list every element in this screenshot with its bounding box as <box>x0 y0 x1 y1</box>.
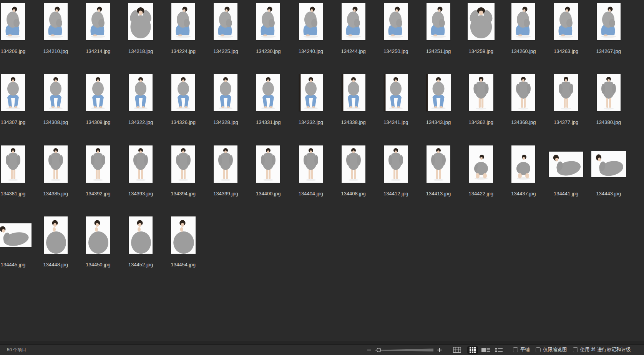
file-item[interactable]: 134260.jpg <box>502 3 545 57</box>
file-item[interactable]: 134341.jpg <box>375 74 417 128</box>
file-name-label: 134454.jpg <box>171 262 196 268</box>
file-item[interactable]: 134328.jpg <box>204 74 247 128</box>
list-view-button[interactable] <box>493 346 504 354</box>
file-item[interactable]: 134452.jpg <box>120 216 162 270</box>
file-item[interactable]: 134441.jpg <box>545 145 588 199</box>
file-item[interactable]: 134218.jpg <box>120 3 162 57</box>
file-name-label: 134392.jpg <box>86 191 110 197</box>
file-item[interactable]: 134263.jpg <box>545 3 588 57</box>
file-item[interactable]: 134437.jpg <box>502 145 545 199</box>
thumbnails-view-button[interactable] <box>467 346 478 354</box>
file-thumbnail <box>204 74 247 111</box>
file-thumbnail <box>0 145 34 183</box>
file-name-label: 134381.jpg <box>1 191 25 197</box>
file-thumbnail <box>587 3 630 40</box>
file-name-label: 134445.jpg <box>1 262 25 268</box>
file-thumbnail <box>77 216 120 254</box>
file-name-label: 134400.jpg <box>256 191 281 197</box>
file-thumbnail <box>460 74 502 111</box>
file-name-label: 134362.jpg <box>469 119 493 125</box>
file-item[interactable]: 134322.jpg <box>120 74 162 128</box>
file-item[interactable]: 134240.jpg <box>290 3 332 57</box>
file-item[interactable]: 134214.jpg <box>77 3 120 57</box>
file-item[interactable]: 134392.jpg <box>77 145 120 199</box>
file-item[interactable]: 134259.jpg <box>460 3 502 57</box>
file-item[interactable]: 134210.jpg <box>34 3 77 57</box>
file-item[interactable]: 134393.jpg <box>120 145 162 199</box>
file-item[interactable]: 134309.jpg <box>77 74 120 128</box>
file-item[interactable]: 134377.jpg <box>545 74 588 128</box>
minus-icon <box>367 350 371 350</box>
file-name-label: 134377.jpg <box>554 119 578 125</box>
file-item[interactable]: 134381.jpg <box>0 145 34 199</box>
file-item[interactable]: 134400.jpg <box>247 145 290 199</box>
file-item[interactable]: 134404.jpg <box>290 145 332 199</box>
file-name-label: 134230.jpg <box>256 48 281 54</box>
file-name-label: 134399.jpg <box>213 191 238 197</box>
zoom-in-button[interactable] <box>437 347 443 353</box>
file-item[interactable]: 134331.jpg <box>247 74 290 128</box>
file-name-label: 134331.jpg <box>256 119 281 125</box>
file-item[interactable]: 134368.jpg <box>502 74 545 128</box>
file-thumbnail <box>162 216 204 254</box>
file-name-label: 134240.jpg <box>299 48 323 54</box>
file-item[interactable]: 134267.jpg <box>587 3 630 57</box>
file-item[interactable]: 134413.jpg <box>417 145 460 199</box>
file-item[interactable]: 134380.jpg <box>587 74 630 128</box>
file-item[interactable]: 134394.jpg <box>162 145 204 199</box>
file-item[interactable]: 134326.jpg <box>162 74 204 128</box>
checkbox-command-tag-rating[interactable]: 使用 ⌘ 进行标记和评级 <box>573 347 631 353</box>
file-item[interactable]: 134308.jpg <box>34 74 77 128</box>
file-item[interactable]: 134244.jpg <box>332 3 375 57</box>
file-item[interactable]: 134399.jpg <box>204 145 247 199</box>
file-name-label: 134267.jpg <box>596 48 621 54</box>
file-item[interactable]: 134362.jpg <box>460 74 502 128</box>
file-item[interactable]: 134332.jpg <box>290 74 332 128</box>
file-item[interactable]: 134250.jpg <box>375 3 417 57</box>
file-item[interactable]: 134206.jpg <box>0 3 34 57</box>
file-item[interactable]: 134251.jpg <box>417 3 460 57</box>
file-item[interactable]: 134412.jpg <box>375 145 417 199</box>
file-item[interactable]: 134224.jpg <box>162 3 204 57</box>
zoom-out-button[interactable] <box>366 347 372 353</box>
file-item[interactable]: 134338.jpg <box>332 74 375 128</box>
file-item[interactable]: 134230.jpg <box>247 3 290 57</box>
file-item[interactable]: 134450.jpg <box>77 216 120 270</box>
file-item[interactable]: 134443.jpg <box>587 145 630 199</box>
file-item[interactable]: 134408.jpg <box>332 145 375 199</box>
file-item[interactable]: 134422.jpg <box>460 145 502 199</box>
file-thumbnail <box>587 74 630 111</box>
file-item[interactable]: 134307.jpg <box>0 74 34 128</box>
file-thumbnail <box>120 74 162 111</box>
checkbox-thumbnails-only[interactable]: 仅限缩览图 <box>536 347 567 353</box>
file-thumbnail <box>417 145 460 183</box>
file-thumbnail <box>417 74 460 111</box>
file-item[interactable]: 134448.jpg <box>34 216 77 270</box>
file-thumbnail <box>162 3 204 40</box>
file-item[interactable]: 134454.jpg <box>162 216 204 270</box>
file-name-label: 134368.jpg <box>511 119 536 125</box>
file-thumbnail <box>77 145 120 183</box>
thumbnail-size-slider[interactable] <box>375 347 433 353</box>
checkbox-label: 仅限缩览图 <box>543 347 567 353</box>
file-item[interactable]: 134445.jpg <box>0 216 34 270</box>
file-thumbnail <box>34 74 77 111</box>
file-item[interactable]: 134343.jpg <box>417 74 460 128</box>
thumbnail-details-icon <box>481 347 490 352</box>
file-name-label: 134308.jpg <box>43 119 68 125</box>
checkbox-icon[interactable] <box>513 347 518 352</box>
file-thumbnail <box>120 145 162 183</box>
file-thumbnail <box>502 145 545 183</box>
file-item[interactable]: 134225.jpg <box>204 3 247 57</box>
details-view-button[interactable] <box>480 346 491 354</box>
checkbox-icon[interactable] <box>573 347 578 352</box>
file-thumbnail <box>332 3 375 40</box>
checkbox-icon[interactable] <box>536 347 541 352</box>
file-name-label: 134259.jpg <box>469 48 493 54</box>
file-name-label: 134341.jpg <box>383 119 408 125</box>
file-item[interactable]: 134385.jpg <box>34 145 77 199</box>
slider-track <box>375 347 433 353</box>
checkbox-tile[interactable]: 平铺 <box>513 347 530 353</box>
grid-outline-icon <box>453 347 461 353</box>
grid-frame-view-button[interactable] <box>451 346 463 354</box>
